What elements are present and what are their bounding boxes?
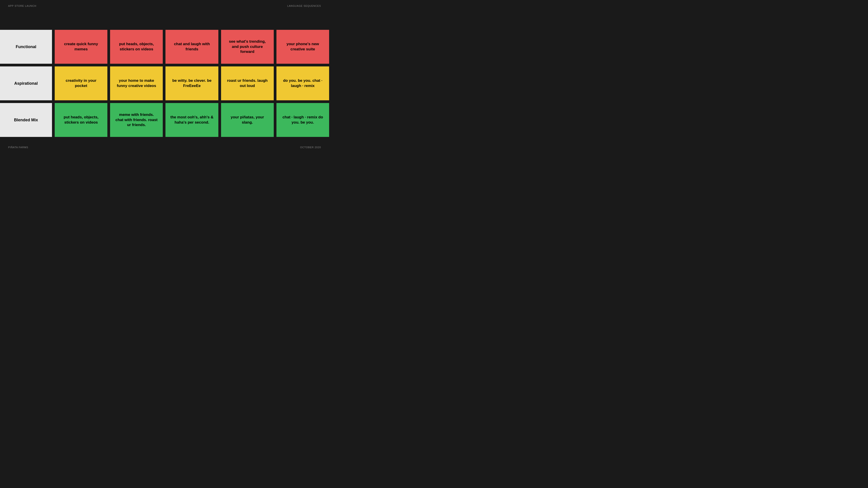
- cell-blended-4: chat · laugh · remix do you. be you.: [276, 103, 329, 137]
- cell-aspirational-3: roast ur friends. laugh out loud: [221, 66, 274, 100]
- cell-aspirational-1: your home to make funny creative videos: [110, 66, 163, 100]
- label-aspirational: Aspirational: [0, 66, 52, 100]
- grid-row-aspirational: Aspirationalcreativity in your pocketyou…: [0, 66, 329, 100]
- header-left-label: APP STORE LAUNCH: [8, 4, 36, 7]
- cell-functional-2: chat and laugh with friends: [165, 30, 218, 64]
- grid-row-blended: Blended Mixput heads, objects, stickers …: [0, 103, 329, 137]
- label-functional: Functional: [0, 30, 52, 64]
- grid-row-functional: Functionalcreate quick funny memesput he…: [0, 30, 329, 64]
- header-right-label: LANGUAGE SEQUENCES: [287, 4, 321, 7]
- cell-blended-2: the most ooh's, ahh's & haha's per secon…: [165, 103, 218, 137]
- cell-functional-1: put heads, objects, stickers on videos: [110, 30, 163, 64]
- cell-functional-0: create quick funny memes: [55, 30, 107, 64]
- cell-aspirational-4: do you. be you. chat · laugh · remix: [276, 66, 329, 100]
- cell-aspirational-0: creativity in your pocket: [55, 66, 107, 100]
- cell-aspirational-2: be witty. be clever. be FreEeeEe: [165, 66, 218, 100]
- cell-functional-3: see what's trending, and push culture fo…: [221, 30, 274, 64]
- footer-left-label: PIÑATA FARMS: [8, 146, 28, 149]
- cell-blended-1: meme with friends. chat with friends. ro…: [110, 103, 163, 137]
- cell-functional-4: your phone's new creative suite: [276, 30, 329, 64]
- main-grid: Functionalcreate quick funny memesput he…: [0, 30, 329, 137]
- footer-right-label: OCTOBER 2020: [300, 146, 321, 149]
- cell-blended-3: your piñatas, your slang.: [221, 103, 274, 137]
- cell-blended-0: put heads, objects, stickers on videos: [55, 103, 107, 137]
- label-blended: Blended Mix: [0, 103, 52, 137]
